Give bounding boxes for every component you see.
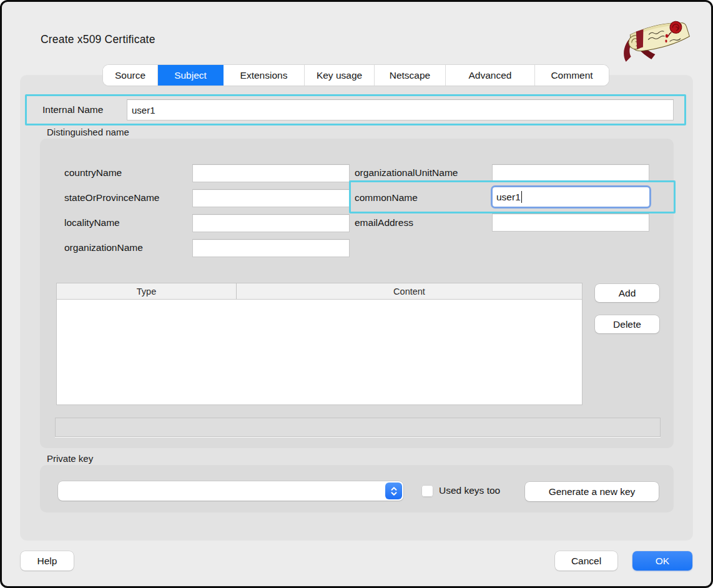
country-name-label: countryName xyxy=(64,167,122,179)
tab-advanced[interactable]: Advanced xyxy=(446,65,535,86)
organizational-unit-name-label: organizationalUnitName xyxy=(355,167,458,179)
help-button[interactable]: Help xyxy=(21,551,74,571)
column-header-content[interactable]: Content xyxy=(237,283,582,299)
create-x509-certificate-dialog: Create x509 Certificate xyxy=(0,0,713,588)
internal-name-label: Internal Name xyxy=(42,104,103,115)
tab-key-usage[interactable]: Key usage xyxy=(305,65,375,86)
internal-name-input[interactable]: user1 xyxy=(127,99,674,120)
used-keys-label: Used keys too xyxy=(439,485,500,496)
tab-source[interactable]: Source xyxy=(103,65,158,86)
common-name-label: commonName xyxy=(355,192,418,203)
tab-netscape[interactable]: Netscape xyxy=(375,65,446,86)
ok-button[interactable]: OK xyxy=(632,551,692,571)
tab-comment[interactable]: Comment xyxy=(535,65,609,86)
cancel-button[interactable]: Cancel xyxy=(555,551,617,571)
private-key-group-label: Private key xyxy=(47,453,93,464)
used-keys-checkbox[interactable] xyxy=(421,485,433,497)
xca-logo xyxy=(612,18,697,64)
internal-name-row-highlight: Internal Name user1 xyxy=(25,94,686,125)
organizational-unit-name-input[interactable] xyxy=(492,164,649,182)
dn-preview-field xyxy=(55,418,661,437)
tab-subject[interactable]: Subject xyxy=(158,65,224,86)
locality-name-label: localityName xyxy=(64,217,120,228)
country-name-input[interactable] xyxy=(192,164,350,182)
add-button[interactable]: Add xyxy=(595,284,659,302)
state-or-province-name-label: stateOrProvinceName xyxy=(64,192,159,203)
dn-entries-table-header: Type Content xyxy=(57,283,582,300)
organization-name-label: organizationName xyxy=(64,242,143,253)
common-name-value: user1 xyxy=(496,192,521,203)
popup-chevrons-icon xyxy=(385,483,402,499)
organization-name-input[interactable] xyxy=(192,239,350,257)
delete-button[interactable]: Delete xyxy=(595,315,659,333)
distinguished-name-group-label: Distinguished name xyxy=(47,127,129,137)
private-key-groupbox: Used keys too Generate a new key xyxy=(41,466,673,512)
distinguished-name-groupbox: countryName stateOrProvinceName locality… xyxy=(41,139,673,448)
common-name-input[interactable]: user1 xyxy=(491,185,651,208)
scroll-graphic xyxy=(621,20,692,62)
private-key-select[interactable] xyxy=(58,481,403,501)
locality-name-input[interactable] xyxy=(192,214,350,232)
dn-entries-table[interactable]: Type Content xyxy=(56,283,583,405)
internal-name-value: user1 xyxy=(132,105,155,115)
text-caret xyxy=(521,191,523,203)
email-address-input[interactable] xyxy=(492,213,649,232)
column-header-type[interactable]: Type xyxy=(57,283,237,299)
tab-extensions[interactable]: Extensions xyxy=(224,65,305,86)
email-address-label: emailAddress xyxy=(355,217,413,228)
state-or-province-name-input[interactable] xyxy=(192,189,350,207)
generate-new-key-button[interactable]: Generate a new key xyxy=(525,482,659,501)
dialog-title: Create x509 Certificate xyxy=(41,33,155,46)
tab-bar: Source Subject Extensions Key usage Nets… xyxy=(103,65,609,86)
